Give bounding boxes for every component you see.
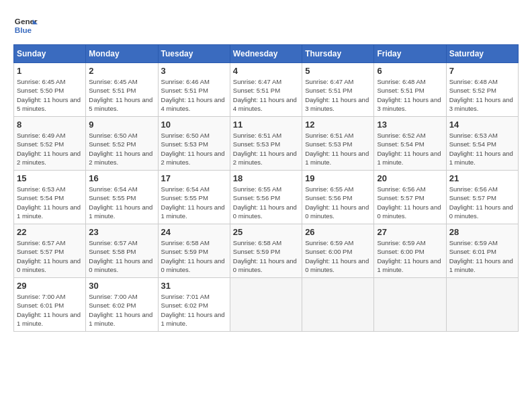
day-info: Sunrise: 6:55 AMSunset: 5:56 PMDaylight:… bbox=[305, 185, 369, 220]
col-header-sunday: Sunday bbox=[14, 45, 86, 63]
day-number: 6 bbox=[377, 66, 443, 76]
day-info: Sunrise: 6:51 AMSunset: 5:53 PMDaylight:… bbox=[305, 132, 369, 166]
day-info: Sunrise: 7:00 AMSunset: 6:02 PMDaylight:… bbox=[89, 293, 152, 327]
day-cell-24: 24 Sunrise: 6:58 AMSunset: 5:59 PMDaylig… bbox=[158, 224, 230, 278]
day-cell-25: 25 Sunrise: 6:58 AMSunset: 5:59 PMDaylig… bbox=[230, 224, 302, 278]
day-cell-28: 28 Sunrise: 6:59 AMSunset: 6:01 PMDaylig… bbox=[446, 224, 518, 278]
logo: General Blue bbox=[13, 13, 38, 38]
day-info: Sunrise: 6:59 AMSunset: 6:00 PMDaylight:… bbox=[377, 239, 441, 273]
day-number: 29 bbox=[17, 281, 83, 291]
day-info: Sunrise: 6:48 AMSunset: 5:52 PMDaylight:… bbox=[449, 78, 513, 112]
day-cell-15: 15 Sunrise: 6:53 AMSunset: 5:54 PMDaylig… bbox=[14, 171, 86, 224]
day-info: Sunrise: 6:56 AMSunset: 5:57 PMDaylight:… bbox=[449, 185, 513, 220]
day-number: 25 bbox=[233, 227, 299, 237]
day-info: Sunrise: 6:50 AMSunset: 5:52 PMDaylight:… bbox=[89, 132, 152, 166]
day-info: Sunrise: 6:59 AMSunset: 6:01 PMDaylight:… bbox=[449, 239, 513, 273]
day-cell-19: 19 Sunrise: 6:55 AMSunset: 5:56 PMDaylig… bbox=[302, 171, 374, 224]
day-info: Sunrise: 6:53 AMSunset: 5:54 PMDaylight:… bbox=[17, 185, 81, 220]
day-cell-20: 20 Sunrise: 6:56 AMSunset: 5:57 PMDaylig… bbox=[374, 171, 446, 224]
day-number: 1 bbox=[17, 66, 83, 76]
day-cell-26: 26 Sunrise: 6:59 AMSunset: 6:00 PMDaylig… bbox=[302, 224, 374, 278]
day-info: Sunrise: 6:50 AMSunset: 5:53 PMDaylight:… bbox=[161, 132, 225, 166]
day-cell-18: 18 Sunrise: 6:55 AMSunset: 5:56 PMDaylig… bbox=[230, 171, 302, 224]
day-cell-13: 13 Sunrise: 6:52 AMSunset: 5:54 PMDaylig… bbox=[374, 117, 446, 171]
day-info: Sunrise: 6:45 AMSunset: 5:50 PMDaylight:… bbox=[17, 78, 81, 112]
logo-icon: General Blue bbox=[13, 13, 38, 38]
day-info: Sunrise: 6:46 AMSunset: 5:51 PMDaylight:… bbox=[161, 78, 225, 112]
day-cell-3: 3 Sunrise: 6:46 AMSunset: 5:51 PMDayligh… bbox=[158, 63, 230, 117]
day-number: 7 bbox=[449, 66, 515, 76]
day-cell-6: 6 Sunrise: 6:48 AMSunset: 5:51 PMDayligh… bbox=[374, 63, 446, 117]
day-cell-23: 23 Sunrise: 6:57 AMSunset: 5:58 PMDaylig… bbox=[86, 224, 158, 278]
day-number: 28 bbox=[449, 227, 515, 237]
day-cell-14: 14 Sunrise: 6:53 AMSunset: 5:54 PMDaylig… bbox=[446, 117, 518, 171]
empty-cell bbox=[302, 278, 374, 332]
day-cell-2: 2 Sunrise: 6:45 AMSunset: 5:51 PMDayligh… bbox=[86, 63, 158, 117]
day-cell-22: 22 Sunrise: 6:57 AMSunset: 5:57 PMDaylig… bbox=[14, 224, 86, 278]
day-number: 30 bbox=[89, 281, 154, 291]
col-header-tuesday: Tuesday bbox=[158, 45, 230, 63]
day-number: 19 bbox=[305, 173, 371, 183]
day-info: Sunrise: 6:47 AMSunset: 5:51 PMDaylight:… bbox=[233, 78, 297, 112]
calendar-week-2: 8 Sunrise: 6:49 AMSunset: 5:52 PMDayligh… bbox=[14, 117, 519, 171]
day-number: 13 bbox=[377, 120, 443, 130]
day-cell-1: 1 Sunrise: 6:45 AMSunset: 5:50 PMDayligh… bbox=[14, 63, 86, 117]
day-number: 31 bbox=[161, 281, 227, 291]
day-number: 24 bbox=[161, 227, 227, 237]
day-cell-10: 10 Sunrise: 6:50 AMSunset: 5:53 PMDaylig… bbox=[158, 117, 230, 171]
day-info: Sunrise: 6:45 AMSunset: 5:51 PMDaylight:… bbox=[89, 78, 152, 112]
day-number: 18 bbox=[233, 173, 299, 183]
day-info: Sunrise: 6:57 AMSunset: 5:57 PMDaylight:… bbox=[17, 239, 81, 273]
day-info: Sunrise: 6:58 AMSunset: 5:59 PMDaylight:… bbox=[233, 239, 297, 273]
day-cell-31: 31 Sunrise: 7:01 AMSunset: 6:02 PMDaylig… bbox=[158, 278, 230, 332]
day-info: Sunrise: 6:53 AMSunset: 5:54 PMDaylight:… bbox=[449, 132, 513, 166]
day-info: Sunrise: 7:00 AMSunset: 6:01 PMDaylight:… bbox=[17, 293, 81, 327]
day-cell-12: 12 Sunrise: 6:51 AMSunset: 5:53 PMDaylig… bbox=[302, 117, 374, 171]
day-info: Sunrise: 6:49 AMSunset: 5:52 PMDaylight:… bbox=[17, 132, 81, 166]
day-cell-30: 30 Sunrise: 7:00 AMSunset: 6:02 PMDaylig… bbox=[86, 278, 158, 332]
empty-cell bbox=[230, 278, 302, 332]
day-info: Sunrise: 6:54 AMSunset: 5:55 PMDaylight:… bbox=[161, 185, 225, 220]
day-number: 2 bbox=[89, 66, 154, 76]
day-number: 26 bbox=[305, 227, 371, 237]
empty-cell bbox=[374, 278, 446, 332]
day-info: Sunrise: 6:52 AMSunset: 5:54 PMDaylight:… bbox=[377, 132, 441, 166]
day-number: 4 bbox=[233, 66, 299, 76]
col-header-saturday: Saturday bbox=[446, 45, 518, 63]
calendar-week-4: 22 Sunrise: 6:57 AMSunset: 5:57 PMDaylig… bbox=[14, 224, 519, 278]
day-info: Sunrise: 6:47 AMSunset: 5:51 PMDaylight:… bbox=[305, 78, 369, 112]
day-number: 14 bbox=[449, 120, 515, 130]
day-cell-4: 4 Sunrise: 6:47 AMSunset: 5:51 PMDayligh… bbox=[230, 63, 302, 117]
col-header-friday: Friday bbox=[374, 45, 446, 63]
day-info: Sunrise: 6:58 AMSunset: 5:59 PMDaylight:… bbox=[161, 239, 225, 273]
day-number: 22 bbox=[17, 227, 83, 237]
calendar-week-1: 1 Sunrise: 6:45 AMSunset: 5:50 PMDayligh… bbox=[14, 63, 519, 117]
day-cell-8: 8 Sunrise: 6:49 AMSunset: 5:52 PMDayligh… bbox=[14, 117, 86, 171]
day-info: Sunrise: 6:57 AMSunset: 5:58 PMDaylight:… bbox=[89, 239, 152, 273]
header: General Blue bbox=[13, 13, 519, 38]
svg-text:Blue: Blue bbox=[15, 26, 32, 34]
empty-cell bbox=[446, 278, 518, 332]
day-number: 17 bbox=[161, 173, 227, 183]
day-cell-21: 21 Sunrise: 6:56 AMSunset: 5:57 PMDaylig… bbox=[446, 171, 518, 224]
day-cell-9: 9 Sunrise: 6:50 AMSunset: 5:52 PMDayligh… bbox=[86, 117, 158, 171]
day-number: 21 bbox=[449, 173, 515, 183]
day-number: 5 bbox=[305, 66, 371, 76]
day-info: Sunrise: 6:54 AMSunset: 5:55 PMDaylight:… bbox=[89, 185, 152, 220]
day-cell-11: 11 Sunrise: 6:51 AMSunset: 5:53 PMDaylig… bbox=[230, 117, 302, 171]
day-number: 23 bbox=[89, 227, 154, 237]
col-header-wednesday: Wednesday bbox=[230, 45, 302, 63]
calendar-week-5: 29 Sunrise: 7:00 AMSunset: 6:01 PMDaylig… bbox=[14, 278, 519, 332]
day-number: 15 bbox=[17, 173, 83, 183]
day-number: 20 bbox=[377, 173, 443, 183]
day-info: Sunrise: 6:51 AMSunset: 5:53 PMDaylight:… bbox=[233, 132, 297, 166]
calendar-table: SundayMondayTuesdayWednesdayThursdayFrid… bbox=[13, 44, 519, 332]
day-number: 9 bbox=[89, 120, 154, 130]
calendar-header-row: SundayMondayTuesdayWednesdayThursdayFrid… bbox=[14, 45, 519, 63]
day-info: Sunrise: 6:48 AMSunset: 5:51 PMDaylight:… bbox=[377, 78, 441, 112]
col-header-monday: Monday bbox=[86, 45, 158, 63]
day-number: 8 bbox=[17, 120, 83, 130]
day-cell-5: 5 Sunrise: 6:47 AMSunset: 5:51 PMDayligh… bbox=[302, 63, 374, 117]
day-info: Sunrise: 6:59 AMSunset: 6:00 PMDaylight:… bbox=[305, 239, 369, 273]
day-cell-7: 7 Sunrise: 6:48 AMSunset: 5:52 PMDayligh… bbox=[446, 63, 518, 117]
